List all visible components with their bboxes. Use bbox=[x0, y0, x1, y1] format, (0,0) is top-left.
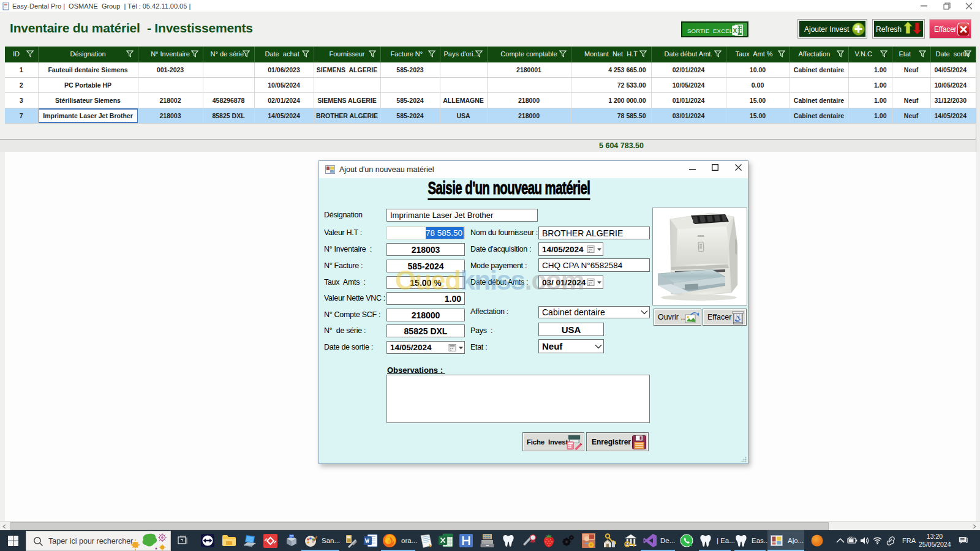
svg-text:X: X bbox=[733, 28, 737, 34]
